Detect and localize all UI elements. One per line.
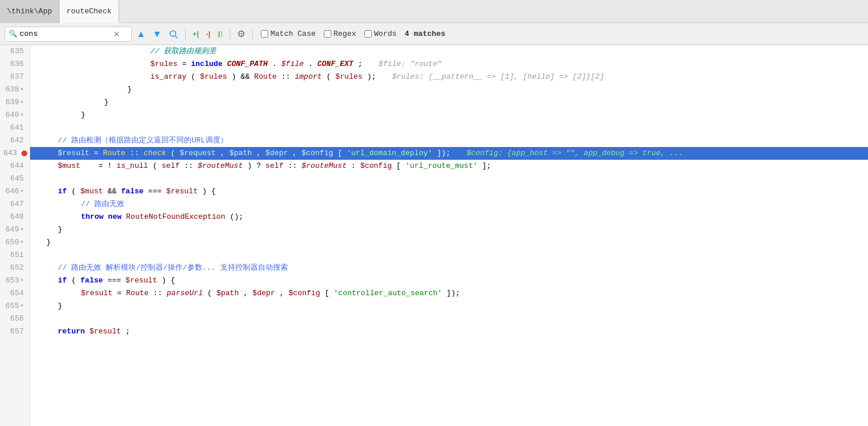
fold-655[interactable]: ▾ [20,300,24,313]
code-line-655: } [30,300,868,313]
tab-routecheck-label: routeCheck [67,7,112,16]
line-649: 649 ▾ [0,223,29,236]
search-divider [185,28,186,40]
line-641: 641 [0,122,29,134]
fold-650[interactable]: ▾ [20,236,24,249]
multiline-button[interactable]: ‖| [215,29,225,39]
line-657: 657 [0,325,29,338]
line-639: 639 ▾ [0,96,29,109]
fold-653[interactable]: ▾ [20,274,24,287]
fold-638[interactable]: ▾ [20,83,24,96]
line-640: 640 ▾ [0,109,29,122]
fold-639[interactable]: ▾ [20,96,24,109]
words-text: Words [374,30,397,38]
line-647: 647 [0,198,29,211]
line-643: 643 [0,147,29,160]
search-bar: 🔍 ✕ ▲ ▼ +| -| ‖| ⚙ Match Case Regex Word… [0,23,868,45]
line-653: 653 ▾ [0,274,29,287]
words-label[interactable]: Words [364,30,397,38]
fold-640[interactable]: ▾ [20,109,24,122]
line-651: 651 [0,249,29,262]
regex-checkbox[interactable] [324,30,331,38]
remove-cursor-button[interactable]: -| [204,28,213,39]
line-650: 650 ▾ [0,236,29,249]
search-input[interactable] [20,30,112,38]
line-655: 655 ▾ [0,300,29,313]
code-line-638: } [30,83,868,96]
tab-routecheck[interactable]: routeCheck [60,0,119,23]
code-line-654: $result = Route :: parseUrl ( $path , $d… [30,287,868,300]
search-next-button[interactable]: ▼ [150,28,164,41]
add-cursor-above-button[interactable]: +| [190,28,201,39]
code-line-646: if ( $must && false === $result ) { [30,185,868,198]
code-line-645 [30,172,868,185]
code-line-642: // 路由检测（根据路由定义返回不同的URL调度） [30,134,868,147]
fold-646[interactable]: ▾ [20,185,24,198]
code-line-636: $rules = include CONF_PATH . $file . CON… [30,58,868,71]
breakpoint-marker[interactable] [21,150,27,156]
settings-button[interactable]: ⚙ [235,27,248,41]
code-line-640: } [30,109,868,122]
title-bar: \think\App routeCheck [0,0,868,23]
code-line-647: // 路由无效 [30,198,868,211]
svg-point-0 [170,31,176,36]
line-648: 648 [0,211,29,223]
editor: 635 636 637 638 ▾ 639 ▾ 640 ▾ 641 642 64… [0,45,868,426]
search-input-wrap: 🔍 ✕ [5,27,132,42]
code-line-643: $result = Route :: check ( $request , $p… [30,147,868,160]
code-line-639: } [30,96,868,109]
match-count: 4 matches [405,30,445,38]
search-all-button[interactable] [167,28,180,40]
line-644: 644 [0,160,29,172]
code-line-653: if ( false === $result ) { [30,274,868,287]
code-line-657: return $result ; [30,325,868,338]
tab-think-app-label: \think\App [7,7,52,16]
code-line-651 [30,249,868,262]
search-prev-button[interactable]: ▲ [134,28,148,41]
tab-think-app[interactable]: \think\App [0,0,60,23]
line-635: 635 [0,45,29,58]
line-638: 638 ▾ [0,83,29,96]
line-646: 646 ▾ [0,185,29,198]
words-checkbox[interactable] [364,30,372,38]
code-line-656 [30,313,868,325]
match-case-checkbox[interactable] [261,30,268,38]
match-case-label[interactable]: Match Case [261,30,316,38]
code-line-648: throw new RouteNotFoundException (); [30,211,868,223]
clear-search-button[interactable]: ✕ [112,30,121,39]
code-line-635: // 获取路由规则里 [30,45,868,58]
fold-649[interactable]: ▾ [20,223,24,236]
regex-text: Regex [334,30,356,38]
code-line-650: } [30,236,868,249]
search-divider3 [252,28,253,40]
line-645: 645 [0,172,29,185]
search-icon: 🔍 [9,30,17,38]
regex-label[interactable]: Regex [324,30,356,38]
match-case-text: Match Case [271,30,316,38]
code-line-644: $must = ! is_null ( self :: $routeMust )… [30,160,868,172]
line-656: 656 [0,313,29,325]
code-line-641 [30,122,868,134]
line-652: 652 [0,262,29,274]
code-line-649: } [30,223,868,236]
code-line-637: is_array ( $rules ) && Route :: import (… [30,71,868,83]
search-divider2 [230,28,230,40]
line-642: 642 [0,134,29,147]
line-637: 637 [0,71,29,83]
line-636: 636 [0,58,29,71]
code-line-652: // 路由无效 解析模块/控制器/操作/参数... 支持控制器自动搜索 [30,262,868,274]
code-area[interactable]: // 获取路由规则里 $rules = include CONF_PATH . … [30,45,868,426]
line-numbers: 635 636 637 638 ▾ 639 ▾ 640 ▾ 641 642 64… [0,45,30,426]
svg-line-1 [175,36,178,38]
line-654: 654 [0,287,29,300]
